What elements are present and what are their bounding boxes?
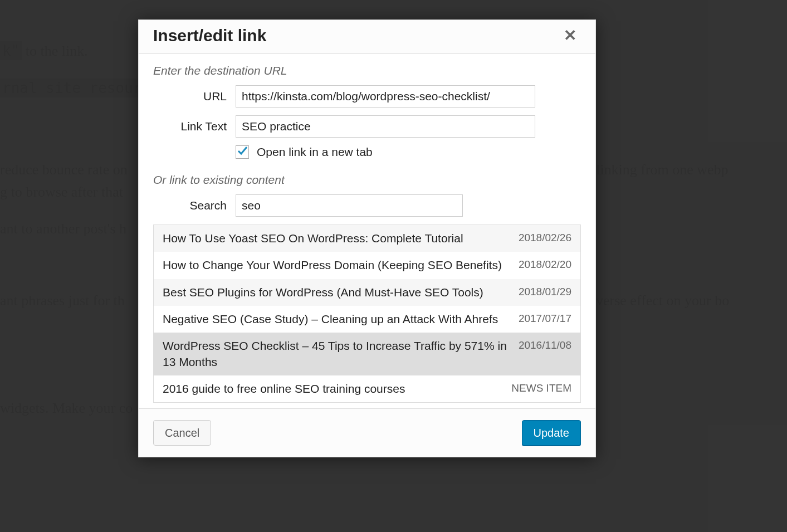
result-date: 2017/07/17 <box>519 311 571 325</box>
result-title: 2016 guide to free online SEO training c… <box>163 381 504 397</box>
page-backdrop: k" to the link. rnal site resourc reduce… <box>0 0 787 532</box>
modal-title: Insert/edit link <box>153 26 266 45</box>
search-result-row[interactable]: How to Change Your WordPress Domain (Kee… <box>154 252 580 279</box>
update-button[interactable]: Update <box>522 420 581 446</box>
checkmark-icon <box>237 145 248 157</box>
cancel-button[interactable]: Cancel <box>153 420 211 446</box>
destination-url-heading: Enter the destination URL <box>153 64 581 77</box>
search-label: Search <box>153 199 236 212</box>
result-title: Best SEO Plugins for WordPress (And Must… <box>163 285 511 300</box>
modal-body: Enter the destination URL URL Link Text … <box>139 54 595 408</box>
link-text-row: Link Text <box>153 115 581 138</box>
result-title: WordPress SEO Checklist – 45 Tips to Inc… <box>163 338 511 370</box>
url-label: URL <box>153 90 236 103</box>
close-button[interactable]: ✕ <box>559 26 581 46</box>
url-input[interactable] <box>236 85 535 108</box>
result-title: How To Use Yoast SEO On WordPress: Compl… <box>163 231 511 246</box>
open-new-tab-label: Open link in a new tab <box>257 145 373 159</box>
result-date: 2018/02/26 <box>519 231 571 244</box>
open-new-tab-checkbox[interactable] <box>236 145 249 159</box>
link-text-label: Link Text <box>153 120 236 133</box>
url-row: URL <box>153 85 581 108</box>
existing-content-heading: Or link to existing content <box>153 173 581 187</box>
result-title: Negative SEO (Case Study) – Cleaning up … <box>163 311 511 327</box>
link-text-input[interactable] <box>236 115 535 138</box>
search-row: Search <box>153 194 581 217</box>
search-results-list[interactable]: How To Use Yoast SEO On WordPress: Compl… <box>153 224 581 403</box>
modal-header: Insert/edit link ✕ <box>139 20 595 54</box>
insert-link-modal: Insert/edit link ✕ Enter the destination… <box>138 19 596 457</box>
close-icon: ✕ <box>564 27 576 44</box>
result-title: How to Change Your WordPress Domain (Kee… <box>163 257 511 273</box>
search-result-row[interactable]: WordPress SEO Checklist – 45 Tips to Inc… <box>154 333 580 375</box>
search-input[interactable] <box>236 194 463 217</box>
search-result-row[interactable]: Negative SEO (Case Study) – Cleaning up … <box>154 306 580 333</box>
result-date: 2018/01/29 <box>519 285 571 298</box>
result-date: NEWS ITEM <box>511 381 571 394</box>
search-result-row[interactable]: Best SEO Plugins for WordPress (And Must… <box>154 279 580 306</box>
modal-footer: Cancel Update <box>139 408 595 457</box>
result-date: 2018/02/20 <box>519 257 571 271</box>
search-result-row[interactable]: 2016 guide to free online SEO training c… <box>154 375 580 402</box>
result-date: 2016/11/08 <box>519 338 571 352</box>
search-result-row[interactable]: How To Use Yoast SEO On WordPress: Compl… <box>154 225 580 252</box>
new-tab-row: Open link in a new tab <box>236 145 581 159</box>
